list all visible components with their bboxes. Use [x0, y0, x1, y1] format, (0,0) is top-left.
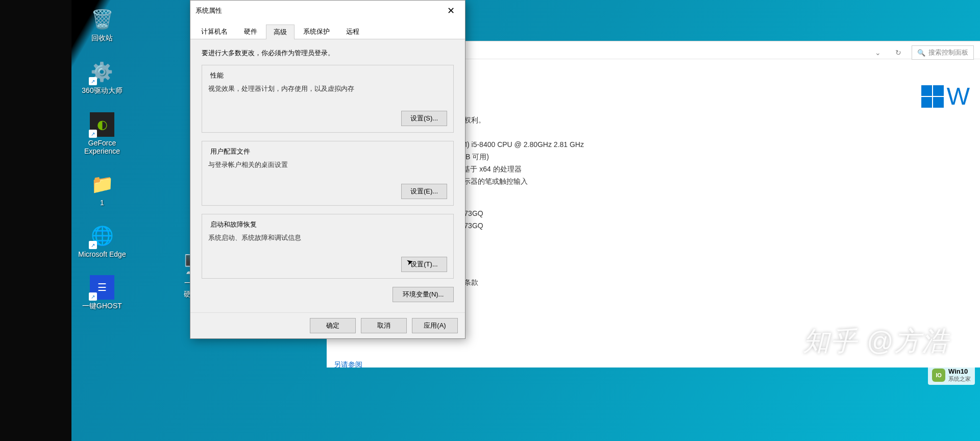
recycle-bin-icon: 🗑️ — [90, 7, 114, 32]
edge-label: Microsoft Edge — [78, 250, 126, 258]
desktop-icon-folder1[interactable]: 📁 1 — [88, 170, 116, 209]
tab-remote[interactable]: 远程 — [338, 24, 367, 39]
zhihu-watermark: 知乎 @方浩 — [803, 324, 949, 359]
tab-advanced[interactable]: 高级 — [266, 24, 295, 39]
desktop-icon-360driver[interactable]: ⚙️ 360驱动大师 — [80, 58, 124, 97]
group-user-profile-desc: 与登录帐户相关的桌面设置 — [208, 160, 447, 169]
360driver-label: 360驱动大师 — [82, 86, 122, 95]
environment-variables-button[interactable]: 环境变量(N)... — [393, 287, 454, 302]
group-startup-recovery: 启动和故障恢复 系统启动、系统故障和调试信息 设置(T)... — [202, 214, 454, 279]
gear-icon: ⚙️ — [90, 60, 114, 84]
admin-notice: 要进行大多数更改，你必须作为管理员登录。 — [202, 48, 454, 58]
desktop-icon-recycle-bin[interactable]: 🗑️ 回收站 — [88, 5, 116, 45]
edge-icon: 🌐 — [90, 224, 114, 248]
search-icon: 🔍 — [917, 49, 925, 57]
desktop-icon-ghost[interactable]: ☰ 一键GHOST — [80, 273, 124, 313]
apply-button[interactable]: 应用(A) — [412, 318, 458, 333]
search-placeholder: 搜索控制面板 — [928, 48, 968, 57]
tab-strip: 计算机名 硬件 高级 系统保护 远程 — [190, 21, 465, 39]
system-properties-dialog: 系统属性 ✕ 计算机名 硬件 高级 系统保护 远程 要进行大多数更改，你必须作为… — [190, 0, 465, 339]
tab-computer-name[interactable]: 计算机名 — [193, 24, 235, 39]
ok-button[interactable]: 确定 — [310, 318, 356, 333]
see-also-link[interactable]: 另请参阅 — [334, 360, 362, 370]
recycle-bin-label: 回收站 — [91, 34, 113, 43]
refresh-icon[interactable]: ↻ — [891, 46, 905, 59]
desktop-icon-edge[interactable]: 🌐 Microsoft Edge — [76, 222, 128, 260]
dropdown-chevron-icon[interactable]: ⌄ — [871, 46, 885, 59]
ghost-icon: ☰ — [90, 275, 114, 300]
group-startup-desc: 系统启动、系统故障和调试信息 — [208, 233, 447, 242]
close-button[interactable]: ✕ — [442, 4, 460, 18]
group-performance-title: 性能 — [208, 71, 226, 80]
desktop-icon-geforce[interactable]: ◐ GeForce Experience — [74, 110, 130, 157]
dialog-title: 系统属性 — [195, 6, 222, 15]
group-performance-desc: 视觉效果，处理器计划，内存使用，以及虚拟内存 — [208, 84, 447, 93]
nvidia-icon: ◐ — [90, 112, 114, 137]
group-user-profile: 用户配置文件 与登录帐户相关的桌面设置 设置(E)... — [202, 141, 454, 206]
group-startup-title: 启动和故障恢复 — [208, 220, 259, 229]
group-performance: 性能 视觉效果，处理器计划，内存使用，以及虚拟内存 设置(S)... — [202, 65, 454, 133]
win10-badge-icon: IO — [932, 369, 945, 382]
group-user-profile-title: 用户配置文件 — [208, 147, 252, 156]
win10-watermark-line2: 系统之家 — [948, 375, 971, 383]
windows-logo: W — [921, 82, 970, 110]
user-profile-settings-button[interactable]: 设置(E)... — [401, 184, 447, 199]
tab-hardware[interactable]: 硬件 — [236, 24, 265, 39]
ghost-label: 一键GHOST — [82, 302, 122, 311]
windows-logo-text: W — [947, 82, 970, 110]
tab-system-protection[interactable]: 系统保护 — [296, 24, 337, 39]
cancel-button[interactable]: 取消 — [361, 318, 407, 333]
win10-watermark: IO Win10 系统之家 — [928, 365, 975, 385]
geforce-label: GeForce Experience — [76, 139, 128, 155]
folder1-label: 1 — [100, 199, 104, 207]
performance-settings-button[interactable]: 设置(S)... — [401, 111, 447, 126]
win10-watermark-line1: Win10 — [948, 368, 971, 375]
search-input[interactable]: 🔍 搜索控制面板 — [912, 45, 974, 60]
close-icon: ✕ — [447, 5, 455, 16]
folder-icon: 📁 — [90, 172, 114, 197]
